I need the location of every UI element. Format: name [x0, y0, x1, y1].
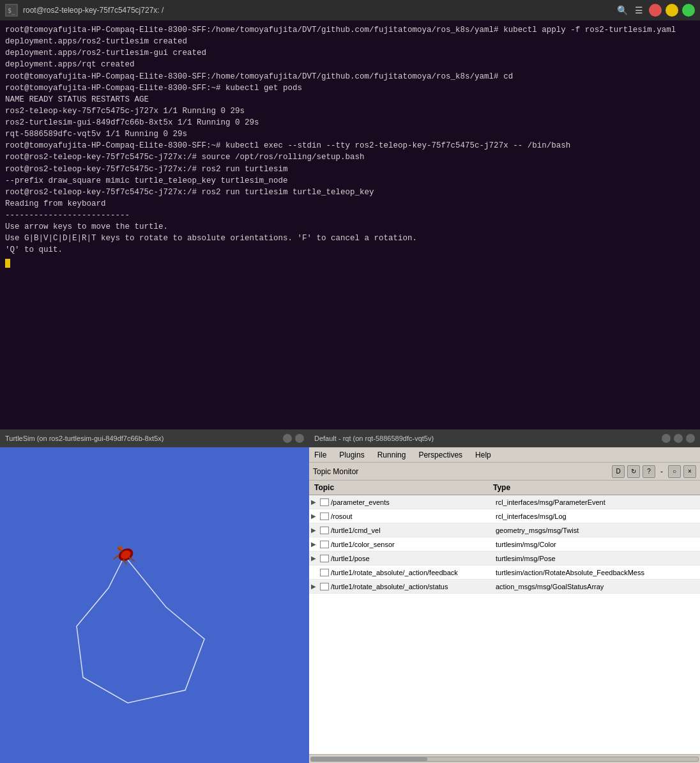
window-title: root@ros2-teleop-key-75f7c5475cj727x: /	[23, 6, 164, 15]
toolbar-btn-window[interactable]: ○	[668, 465, 681, 478]
terminal-line: ros2-teleop-key-75f7c5475c-j727x 1/1 Run…	[5, 105, 695, 117]
row-topic-name: /turtle1/rotate_absolute/_action/status	[331, 583, 491, 590]
topic-table-header: Topic Type	[309, 481, 700, 495]
terminal-line: root@tomoyafujita-HP-Compaq-Elite-8300-S…	[5, 140, 695, 151]
rqt-btn-1[interactable]	[662, 434, 671, 443]
title-bar-controls: 🔍 ☰	[616, 4, 695, 17]
turtlesim-btn-1[interactable]	[283, 434, 292, 443]
rqt-toolbar: Topic Monitor D ↻ ? - ○ ×	[309, 463, 700, 481]
rqt-menubar: File Plugins Running Perspectives Help	[309, 447, 700, 463]
scrollbar-thumb[interactable]	[311, 757, 427, 761]
svg-text:$_: $_	[8, 7, 16, 15]
terminal-line: --------------------------	[5, 210, 695, 221]
table-row[interactable]: ▶/rosoutrcl_interfaces/msg/Log	[309, 509, 700, 523]
search-button[interactable]: 🔍	[616, 4, 628, 17]
col-header-topic: Topic	[309, 482, 488, 493]
terminal-line: Use arrow keys to move the turtle.	[5, 221, 695, 233]
terminal-line: deployment.apps/ros2-turtlesim created	[5, 36, 695, 47]
table-row[interactable]: ▶/turtle1/poseturtlesim/msg/Pose	[309, 551, 700, 566]
row-topic-name: /parameter_events	[331, 498, 491, 506]
row-expand-icon[interactable]: ▶	[309, 583, 318, 590]
svg-line-5	[129, 557, 134, 561]
row-topic-type: turtlesim/action/RotateAbsolute_Feedback…	[491, 569, 700, 576]
toolbar-dash: -	[660, 467, 663, 476]
menu-file[interactable]: File	[312, 449, 329, 461]
toolbar-btn-d[interactable]: D	[612, 465, 625, 478]
turtlesim-titlebar: TurtleSim (on ros2-turtlesim-gui-849df7c…	[0, 429, 309, 447]
row-topic-name: /turtle1/color_sensor	[331, 541, 491, 548]
row-topic-type: turtlesim/msg/Pose	[491, 555, 700, 562]
turtlesim-panel: TurtleSim (on ros2-turtlesim-gui-849df7c…	[0, 429, 309, 763]
scrollbar-track[interactable]	[310, 757, 699, 762]
menu-button[interactable]: ☰	[632, 4, 645, 17]
rqt-panel: Default - rqt (on rqt-5886589dfc-vqt5v) …	[309, 429, 700, 763]
turtlesim-btn-2[interactable]	[295, 434, 304, 443]
terminal[interactable]: root@tomoyafujita-HP-Compaq-Elite-8300-S…	[0, 20, 700, 429]
minimize-button[interactable]	[666, 4, 678, 17]
table-row[interactable]: ▶/turtle1/cmd_velgeometry_msgs/msg/Twist	[309, 523, 700, 537]
menu-help[interactable]: Help	[473, 449, 494, 461]
row-checkbox[interactable]	[320, 583, 329, 590]
title-bar-left: $_ root@ros2-teleop-key-75f7c5475cj727x:…	[5, 4, 164, 17]
terminal-line: 'Q' to quit.	[5, 244, 695, 256]
rqt-btn-2[interactable]	[674, 434, 683, 443]
turtlesim-title: TurtleSim (on ros2-turtlesim-gui-849df7c…	[5, 435, 164, 442]
title-bar: $_ root@ros2-teleop-key-75f7c5475cj727x:…	[0, 0, 700, 20]
rqt-scrollbar[interactable]	[309, 754, 700, 763]
row-topic-name: /rosout	[331, 513, 491, 520]
toolbar-btn-refresh[interactable]: ↻	[627, 465, 640, 478]
row-checkbox[interactable]	[320, 498, 329, 506]
topic-table-body[interactable]: ▶/parameter_eventsrcl_interfaces/msg/Par…	[309, 495, 700, 754]
row-topic-name: /turtle1/rotate_absolute/_action/feedbac…	[331, 569, 491, 576]
terminal-line: root@tomoyafujita-HP-Compaq-Elite-8300-S…	[5, 71, 695, 82]
terminal-icon: $_	[5, 4, 18, 17]
row-expand-icon[interactable]: ▶	[309, 527, 318, 534]
table-row[interactable]: ▶/parameter_eventsrcl_interfaces/msg/Par…	[309, 495, 700, 509]
row-expand-icon[interactable]: ▶	[309, 498, 318, 505]
row-topic-type: rcl_interfaces/msg/Log	[491, 513, 700, 520]
row-topic-type: rcl_interfaces/msg/ParameterEvent	[491, 498, 700, 506]
menu-perspectives[interactable]: Perspectives	[416, 449, 465, 461]
terminal-line: root@tomoyafujita-HP-Compaq-Elite-8300-S…	[5, 24, 695, 36]
maximize-button[interactable]	[682, 4, 695, 17]
row-checkbox[interactable]	[320, 555, 329, 562]
turtlesim-panel-buttons	[283, 434, 304, 443]
terminal-line: Use G|B|V|C|D|E|R|T keys to rotate to ab…	[5, 233, 695, 244]
terminal-line: deployment.apps/rqt created	[5, 59, 695, 70]
row-expand-icon[interactable]: ▶	[309, 555, 318, 562]
bottom-section: TurtleSim (on ros2-turtlesim-gui-849df7c…	[0, 429, 700, 763]
terminal-line: deployment.apps/ros2-turtlesim-gui creat…	[5, 47, 695, 59]
terminal-line: root@tomoyafujita-HP-Compaq-Elite-8300-S…	[5, 82, 695, 94]
row-checkbox[interactable]	[320, 541, 329, 548]
row-expand-icon[interactable]: ▶	[309, 541, 318, 548]
table-row[interactable]: ▶/turtle1/color_sensorturtlesim/msg/Colo…	[309, 537, 700, 551]
rqt-content: File Plugins Running Perspectives Help T…	[309, 447, 700, 763]
col-header-type: Type	[488, 482, 700, 493]
terminal-line: root@ros2-teleop-key-75f7c5475c-j727x:/#…	[5, 187, 695, 198]
table-row[interactable]: /turtle1/rotate_absolute/_action/feedbac…	[309, 566, 700, 580]
rqt-btn-3[interactable]	[686, 434, 695, 443]
row-topic-type: turtlesim/msg/Color	[491, 541, 700, 548]
close-button[interactable]	[649, 4, 662, 17]
rqt-titlebar: Default - rqt (on rqt-5886589dfc-vqt5v)	[309, 429, 700, 447]
terminal-line: ros2-turtlesim-gui-849df7c66b-8xt5x 1/1 …	[5, 117, 695, 128]
row-checkbox[interactable]	[320, 527, 329, 534]
toolbar-btn-close[interactable]: ×	[683, 465, 696, 478]
row-topic-name: /turtle1/cmd_vel	[331, 527, 491, 534]
menu-running[interactable]: Running	[375, 449, 409, 461]
terminal-line: Reading from keyboard	[5, 198, 695, 210]
menu-plugins[interactable]: Plugins	[337, 449, 367, 461]
terminal-line: root@ros2-teleop-key-75f7c5475c-j727x:/#…	[5, 164, 695, 175]
row-checkbox[interactable]	[320, 569, 329, 576]
terminal-line: root@ros2-teleop-key-75f7c5475c-j727x:/#…	[5, 151, 695, 163]
terminal-cursor-line	[5, 256, 695, 268]
row-expand-icon[interactable]: ▶	[309, 513, 318, 520]
terminal-line: --prefix draw_square mimic turtle_teleop…	[5, 175, 695, 187]
toolbar-btn-info[interactable]: ?	[643, 465, 655, 478]
turtlesim-view	[0, 447, 309, 763]
table-row[interactable]: ▶/turtle1/rotate_absolute/_action/status…	[309, 580, 700, 594]
row-checkbox[interactable]	[320, 513, 329, 520]
row-topic-type: action_msgs/msg/GoalStatusArray	[491, 583, 700, 590]
terminal-line: rqt-5886589dfc-vqt5v 1/1 Running 0 29s	[5, 128, 695, 140]
rqt-buttons	[662, 434, 695, 443]
